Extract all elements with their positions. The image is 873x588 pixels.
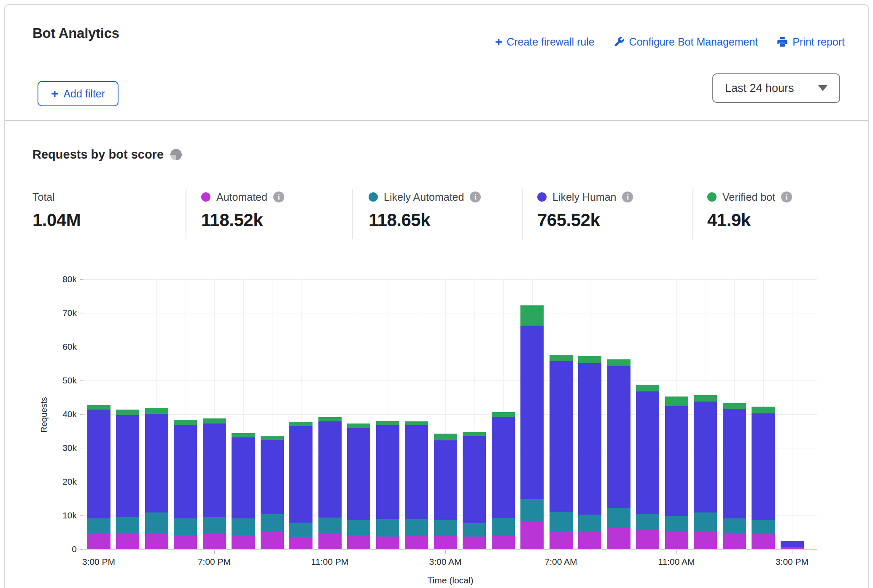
stats-row: Total 1.04M Automated i 118.52k Likely A… [5,190,868,245]
stacked-bar-hour-24[interactable] [781,541,804,549]
bar-segment-likely-automated [261,514,284,531]
time-range-dropdown[interactable]: Last 24 hours [712,73,840,103]
stacked-bar-hour-4[interactable] [203,418,226,549]
bar-segment-verified-bot [87,405,110,409]
bar-segment-likely-human [261,440,284,514]
bar-segment-automated [116,533,139,549]
stacked-bar-hour-5[interactable] [232,433,255,549]
print-report-label: Print report [792,36,845,48]
bar-segment-automated [203,533,226,549]
stacked-bar-hour-2[interactable] [145,408,168,549]
x-axis-line [84,549,817,550]
time-range-value: Last 24 hours [725,82,794,95]
stacked-bar-hour-13[interactable] [463,432,486,549]
stat-total-value: 1.04M [32,210,81,230]
chart-plot-area [84,279,817,549]
x-tick-label: 7:00 AM [544,557,577,567]
stacked-bar-hour-23[interactable] [752,407,775,549]
add-filter-label: Add filter [63,88,105,100]
bar-segment-automated [174,535,197,549]
stacked-bar-hour-21[interactable] [694,395,717,549]
y-tick-mark [80,279,84,280]
stacked-bar-hour-0[interactable] [87,405,110,549]
stacked-bar-hour-9[interactable] [347,423,370,549]
bar-segment-automated [492,536,515,549]
create-firewall-rule-link[interactable]: + Create firewall rule [495,35,595,48]
info-icon[interactable]: i [622,192,633,202]
bar-segment-verified-bot [232,433,255,437]
stat-automated-label: Automated [216,191,267,203]
bar-segment-likely-automated [550,512,573,531]
y-tick-mark [80,448,84,448]
info-icon[interactable]: i [781,192,792,202]
stacked-bar-hour-18[interactable] [607,359,630,549]
x-tick-mark [99,550,99,554]
bot-analytics-card: Bot Analytics + Create firewall rule Con… [4,4,869,588]
stacked-bar-hour-19[interactable] [636,385,659,549]
page-title: Bot Analytics [32,25,119,41]
bar-segment-likely-automated [203,517,226,533]
stacked-bar-hour-7[interactable] [289,422,313,549]
stacked-bar-hour-22[interactable] [723,403,746,549]
stacked-bar-hour-17[interactable] [578,356,601,549]
bar-segment-verified-bot [145,408,168,414]
y-tick-label: 40k [47,409,77,419]
header-actions: + Create firewall rule Configure Bot Man… [495,35,845,48]
bar-segment-automated [550,531,573,549]
print-report-link[interactable]: Print report [776,36,845,48]
x-tick-label: 3:00 PM [776,557,808,567]
stacked-bar-hour-8[interactable] [318,417,342,549]
bar-segment-automated [607,528,630,549]
info-icon[interactable]: i [273,192,284,202]
bar-segment-likely-automated [87,518,110,533]
info-icon[interactable]: i [470,192,481,202]
bar-segment-likely-human [318,421,342,518]
bar-segment-likely-human [376,425,399,519]
stat-verified-bot-label: Verified bot [722,191,775,203]
bar-segment-likely-human [550,361,573,512]
bar-segment-automated [723,533,746,549]
y-tick-label: 10k [47,510,77,521]
bar-segment-likely-automated [174,518,197,534]
stat-verified-bot: Verified bot i 41.9k [707,190,792,230]
bar-segment-automated [232,535,255,549]
wrench-icon [613,36,625,48]
bar-segment-likely-human [607,366,630,509]
bar-segment-likely-human [578,363,601,515]
bar-segment-likely-human [87,410,110,518]
stat-total-label: Total [32,191,55,203]
bar-segment-verified-bot [116,410,139,415]
configure-bot-management-link[interactable]: Configure Bot Management [613,36,758,48]
stacked-bar-hour-16[interactable] [550,355,573,549]
bar-segment-automated [347,535,370,549]
stat-likely-human-value: 765.52k [537,210,633,230]
printer-icon [776,36,788,48]
stacked-bar-hour-11[interactable] [405,421,428,549]
stacked-bar-hour-3[interactable] [174,420,197,549]
bar-segment-automated [520,521,544,549]
bar-segment-verified-bot [550,355,573,361]
stacked-bar-hour-6[interactable] [261,436,284,549]
x-tick-label: 3:00 AM [429,557,461,567]
y-tick-mark [80,414,84,415]
bar-segment-verified-bot [694,395,717,401]
bar-segment-likely-automated [116,517,139,533]
bar-segment-verified-bot [665,396,688,406]
bar-segment-verified-bot [376,421,399,425]
horizontal-gridline [84,347,817,347]
configure-bot-management-label: Configure Bot Management [629,36,758,48]
stacked-bar-hour-20[interactable] [665,396,688,549]
stacked-bar-hour-14[interactable] [492,412,515,549]
add-filter-button[interactable]: + Add filter [38,81,119,106]
y-tick-mark [80,515,84,516]
bar-segment-automated [752,534,775,549]
stacked-bar-hour-12[interactable] [434,434,457,549]
bar-segment-likely-human [174,425,197,518]
bar-segment-verified-bot [752,407,775,413]
x-tick-mark [676,550,677,554]
bar-segment-automated [261,531,284,549]
stacked-bar-hour-15[interactable] [520,305,544,549]
bar-segment-automated [434,536,457,549]
stacked-bar-hour-10[interactable] [376,421,399,549]
stacked-bar-hour-1[interactable] [116,410,139,549]
